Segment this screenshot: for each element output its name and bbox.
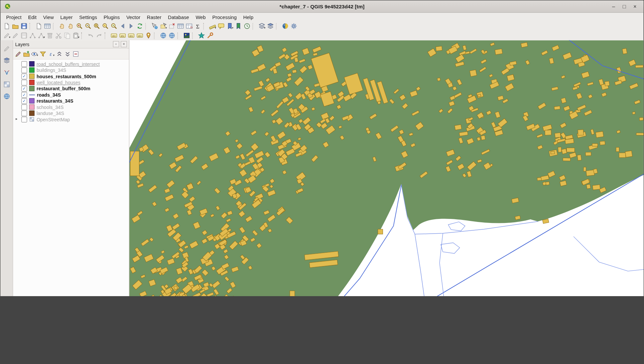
new-shapefile-layer-icon[interactable]: ▾ [258, 22, 266, 30]
style-dock-icon[interactable] [2, 44, 11, 53]
toggle-editing-icon[interactable] [11, 31, 20, 40]
remove-layer-icon[interactable] [72, 50, 80, 58]
expander-icon[interactable]: ▸ [16, 117, 18, 121]
layer-checkbox[interactable]: ✓ [21, 98, 27, 104]
layer-checkbox[interactable] [21, 110, 27, 116]
add-group-icon[interactable] [22, 50, 30, 58]
zoom-to-layer-icon[interactable] [110, 22, 118, 30]
raster-dock-icon[interactable] [2, 80, 11, 89]
layer-diagram-icon[interactable]: abc [118, 31, 127, 40]
layer-label[interactable]: restaurant_buffer_500m [36, 86, 90, 91]
zoom-last-icon[interactable] [118, 22, 127, 30]
current-edits-icon[interactable]: ▾ [2, 31, 11, 40]
layer-item-restaurants_34S[interactable]: ✓restaurants_34S [13, 98, 129, 104]
save-layer-edits-icon[interactable] [20, 31, 28, 40]
menu-help[interactable]: Help [240, 13, 257, 21]
zoom-next-icon[interactable] [127, 22, 136, 30]
layer-checkbox[interactable] [21, 80, 27, 85]
float-panel-button[interactable]: ▫ [113, 41, 119, 47]
pan-map-icon[interactable] [58, 22, 67, 30]
field-calculator-icon[interactable]: fx [185, 22, 194, 30]
paste-features-icon[interactable]: ▾ [72, 31, 80, 40]
delete-selected-icon[interactable] [45, 31, 54, 40]
statistical-summary-icon[interactable]: Σ [194, 22, 202, 30]
layer-label[interactable]: well_located_houses [36, 80, 80, 85]
layer-checkbox[interactable] [21, 61, 27, 67]
refresh-map-icon[interactable] [136, 22, 144, 30]
menu-project[interactable]: Project [3, 13, 25, 21]
python-console-icon[interactable] [281, 22, 290, 30]
save-project-icon[interactable] [20, 22, 28, 30]
layer-label[interactable]: OpenStreetMap [36, 117, 70, 122]
layer-label[interactable]: buildings_34S [36, 68, 66, 73]
filter-by-expression-icon[interactable]: ε▾ [47, 50, 55, 58]
close-panel-button[interactable]: × [121, 41, 127, 47]
redo-icon[interactable] [95, 31, 104, 40]
layer-item-buildings_34S[interactable]: buildings_34S [13, 67, 129, 73]
menu-raster[interactable]: Raster [144, 13, 165, 21]
web-plugin-icon[interactable] [167, 31, 176, 40]
layer-item-road_school_buffers_intersect[interactable]: road_school_buffers_intersect [13, 61, 129, 67]
pan-to-selection-icon[interactable] [67, 22, 75, 30]
layer-item-well_located_houses[interactable]: well_located_houses [13, 79, 129, 85]
layer-item-OpenStreetMap[interactable]: ▸OpenStreetMap [13, 116, 129, 122]
zoom-out-icon[interactable] [84, 22, 93, 30]
expand-all-icon[interactable] [55, 50, 63, 58]
identify-features-icon[interactable]: i [150, 22, 159, 30]
layer-checkbox[interactable]: ✓ [21, 92, 27, 98]
layer-item-roads_34S[interactable]: ✓roads_34S [13, 92, 129, 98]
menu-web[interactable]: Web [192, 13, 209, 21]
show-bookmarks-icon[interactable] [234, 22, 243, 30]
map-canvas[interactable] [129, 40, 644, 296]
processing-toolbox-icon[interactable] [289, 22, 298, 30]
plugin-star-icon[interactable] [197, 31, 206, 40]
menu-plugins[interactable]: Plugins [100, 13, 123, 21]
cut-features-icon[interactable] [54, 31, 63, 40]
layer-label[interactable]: roads_34S [37, 92, 61, 97]
layer-checkbox[interactable]: ✓ [21, 86, 27, 91]
layer-checkbox[interactable] [21, 104, 27, 110]
menu-vector[interactable]: Vector [123, 13, 143, 21]
metasearch-icon[interactable] [159, 31, 168, 40]
undo-icon[interactable] [86, 31, 95, 40]
menu-settings[interactable]: Settings [76, 13, 100, 21]
map-tips-icon[interactable] [217, 22, 226, 30]
menu-processing[interactable]: Processing [209, 13, 240, 21]
new-project-icon[interactable] [2, 22, 11, 30]
data-source-dock-icon[interactable] [2, 56, 11, 65]
zoom-in-icon[interactable] [75, 22, 84, 30]
filter-legend-icon[interactable] [39, 50, 47, 58]
label-change-icon[interactable]: abc [136, 31, 144, 40]
manage-map-themes-icon[interactable]: ▾ [30, 50, 39, 58]
vector-dock-icon[interactable]: V [2, 68, 11, 77]
select-features-icon[interactable]: ▾ [159, 22, 168, 30]
minimize-button[interactable]: – [608, 3, 619, 9]
layout-manager-icon[interactable] [43, 22, 52, 30]
layer-item-schools_34S[interactable]: schools_34S [13, 104, 129, 110]
layer-item-landuse_34S[interactable]: landuse_34S [13, 110, 129, 116]
layer-checkbox[interactable]: ✓ [21, 73, 27, 79]
copy-features-icon[interactable] [63, 31, 72, 40]
layer-item-restaurant_buffer_500m[interactable]: ✓restaurant_buffer_500m [13, 86, 129, 92]
menu-edit[interactable]: Edit [25, 13, 40, 21]
pin-labels-icon[interactable] [144, 31, 153, 40]
menu-database[interactable]: Database [165, 13, 192, 21]
new-bookmark-icon[interactable]: ▾ [226, 22, 234, 30]
layer-label[interactable]: road_school_buffers_intersect [36, 62, 100, 67]
vertex-tool-icon[interactable]: ▾ [37, 31, 46, 40]
add-feature-icon[interactable] [28, 31, 37, 40]
deselect-features-icon[interactable] [167, 22, 176, 30]
temporal-controller-icon[interactable] [243, 22, 251, 30]
layer-checkbox[interactable] [21, 116, 27, 122]
mesh-dock-icon[interactable] [2, 92, 11, 101]
layer-item-houses_restaurants_500m[interactable]: ✓houses_restaurants_500m [13, 73, 129, 79]
menu-view[interactable]: View [40, 13, 57, 21]
data-source-manager-icon[interactable] [266, 22, 275, 30]
layer-label[interactable]: schools_34S [36, 105, 63, 110]
georeferencer-icon[interactable] [182, 31, 191, 40]
layer-checkbox[interactable] [21, 67, 27, 73]
zoom-full-icon[interactable] [93, 22, 101, 30]
collapse-all-icon[interactable] [63, 50, 72, 58]
layer-label[interactable]: restaurants_34S [36, 98, 73, 103]
measure-icon[interactable]: ▾ [208, 22, 217, 30]
